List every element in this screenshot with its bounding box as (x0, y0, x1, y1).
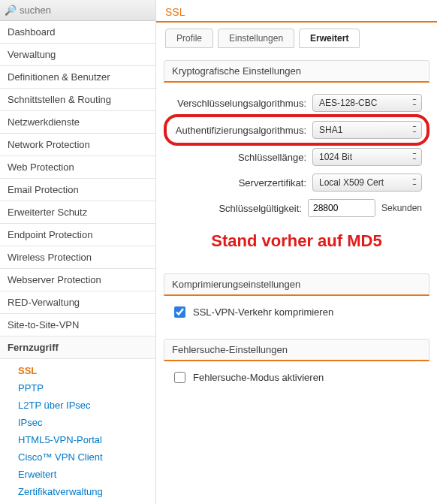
nav-schnittstellen[interactable]: Schnittstellen & Routing (0, 89, 155, 111)
main-content: SSL Profile Einstellungen Erweitert Kryp… (156, 0, 437, 504)
section-compress-heading: Komprimierungseinstellungen (164, 273, 429, 296)
tab-erweitert[interactable]: Erweitert (299, 29, 360, 48)
nav-web-protection[interactable]: Web Protection (0, 156, 155, 179)
nav-erweiterter-schutz[interactable]: Erweiterter Schutz (0, 201, 155, 224)
tab-profile[interactable]: Profile (165, 29, 213, 48)
row-debug: Fehlersuche-Modus aktivieren (167, 369, 426, 386)
search-icon: 🔎 (5, 5, 17, 16)
section-debug: Fehlersuche-Einstellungen Fehlersuche-Mo… (164, 339, 429, 394)
nav-email-protection[interactable]: Email Protection (0, 179, 155, 201)
sub-ipsec[interactable]: IPsec (0, 414, 155, 431)
encryption-label: Verschlüsselungsalgorithmus: (177, 98, 306, 109)
nav-network-protection[interactable]: Network Protection (0, 134, 155, 156)
row-ttl: Schlüsselgültigkeit: Sekunden (167, 195, 426, 221)
auth-label: Authentifizierungsalgorithmus: (176, 125, 306, 136)
keysize-select[interactable]: 1024 Bit (312, 148, 422, 166)
cert-label: Serverzertifikat: (239, 177, 306, 189)
nav-red-verwaltung[interactable]: RED-Verwaltung (0, 291, 155, 314)
sub-cisco-vpn[interactable]: Cisco™ VPN Client (0, 448, 155, 466)
nav-fernzugriff[interactable]: Fernzugriff (0, 337, 155, 359)
row-compress: SSL-VPN-Verkehr komprimieren (167, 303, 426, 321)
section-compress: Komprimierungseinstellungen SSL-VPN-Verk… (164, 273, 429, 328)
sub-zertifikatverwaltung[interactable]: Zertifikatverwaltung (0, 483, 155, 500)
search-bar: 🔎 (0, 0, 155, 21)
row-keysize: Schlüssellänge: 1024 Bit (167, 144, 426, 170)
title-divider (156, 21, 437, 23)
search-input[interactable] (20, 5, 125, 16)
ttl-unit: Sekunden (381, 203, 422, 213)
nav-fernzugriff-sub: SSL PPTP L2TP über IPsec IPsec HTML5-VPN… (0, 359, 155, 504)
section-debug-heading: Fehlersuche-Einstellungen (164, 339, 429, 361)
compress-checkbox[interactable] (174, 306, 185, 318)
section-crypto-heading: Kryptografische Einstellungen (164, 60, 429, 83)
tabs: Profile Einstellungen Erweitert (156, 29, 437, 56)
compress-label: SSL-VPN-Verkehr komprimieren (193, 306, 333, 318)
row-cert: Serverzertifikat: Local X509 Cert (167, 170, 426, 195)
section-crypto: Kryptografische Einstellungen Verschlüss… (164, 60, 429, 263)
nav-site-to-site-vpn[interactable]: Site-to-Site-VPN (0, 314, 155, 337)
auth-select[interactable]: SHA1 (312, 121, 422, 139)
sub-l2tp[interactable]: L2TP über IPsec (0, 397, 155, 414)
nav-definitionen[interactable]: Definitionen & Benutzer (0, 66, 155, 89)
tab-einstellungen[interactable]: Einstellungen (218, 29, 294, 48)
debug-label: Fehlersuche-Modus aktivieren (193, 372, 324, 383)
nav-main: Dashboard Verwaltung Definitionen & Benu… (0, 21, 155, 504)
nav-netzwerkdienste[interactable]: Netzwerkdienste (0, 111, 155, 134)
sub-html5-vpn[interactable]: HTML5-VPN-Portal (0, 431, 155, 448)
sub-erweitert[interactable]: Erweitert (0, 466, 155, 483)
encryption-select[interactable]: AES-128-CBC (312, 94, 422, 112)
nav-wireless-protection[interactable]: Wireless Protection (0, 246, 155, 269)
ttl-input[interactable] (308, 199, 375, 217)
keysize-label: Schlüssellänge: (238, 152, 306, 163)
sub-pptp[interactable]: PPTP (0, 379, 155, 397)
nav-webserver-protection[interactable]: Webserver Protection (0, 269, 155, 291)
page-title: SSL (156, 0, 437, 21)
row-encryption: Verschlüsselungsalgorithmus: AES-128-CBC (167, 90, 426, 116)
sidebar: 🔎 Dashboard Verwaltung Definitionen & Be… (0, 0, 156, 504)
nav-endpoint-protection[interactable]: Endpoint Protection (0, 224, 155, 246)
ttl-label: Schlüsselgültigkeit: (218, 203, 302, 214)
sub-ssl[interactable]: SSL (0, 362, 155, 379)
annotation-highlight: Authentifizierungsalgorithmus: SHA1 (164, 114, 429, 146)
annotation-text: Stand vorher auf MD5 (167, 221, 426, 255)
nav-verwaltung[interactable]: Verwaltung (0, 44, 155, 66)
nav-dashboard[interactable]: Dashboard (0, 21, 155, 44)
debug-checkbox[interactable] (174, 372, 185, 383)
row-auth: Authentifizierungsalgorithmus: SHA1 (167, 117, 426, 143)
cert-select[interactable]: Local X509 Cert (312, 174, 422, 192)
